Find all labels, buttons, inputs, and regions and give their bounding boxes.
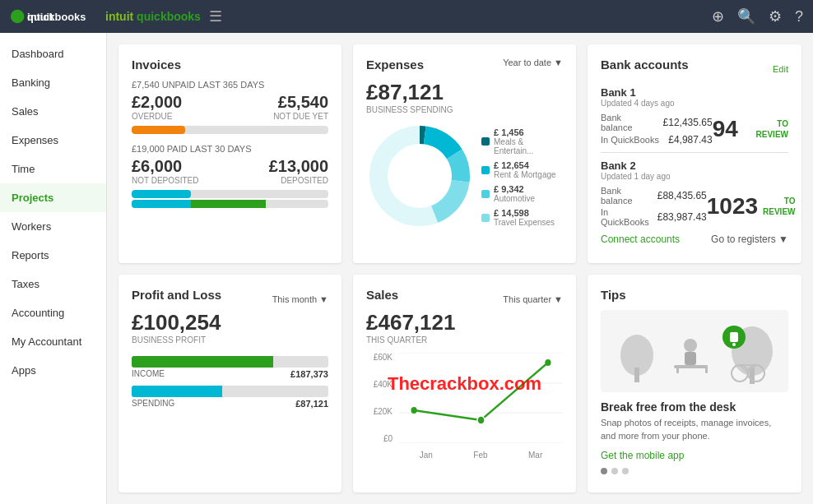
sidebar-item-dashboard[interactable]: Dashboard xyxy=(0,39,106,68)
sales-title: Sales xyxy=(366,288,398,302)
sidebar-item-my-accountant[interactable]: My Accountant xyxy=(0,327,106,356)
y-label-60k: £60K xyxy=(366,353,393,362)
spending-label: SPENDING xyxy=(132,399,174,409)
bank2-review-label: TO REVIEW xyxy=(763,196,795,217)
sales-sub: THIS QUARTER xyxy=(366,335,563,344)
notdue-label: NOT DUE YET xyxy=(273,112,328,121)
tips-dot-1 xyxy=(601,468,607,474)
svg-point-14 xyxy=(477,416,485,424)
overdue-bar xyxy=(132,126,328,134)
expenses-sub: BUSINESS SPENDING xyxy=(366,105,563,114)
bank2-updated: Updated 1 day ago xyxy=(601,172,788,181)
legend-dot-1 xyxy=(481,137,490,146)
legend-sub-1: Meals & Entertain... xyxy=(494,137,563,155)
expenses-card: Expenses Year to date ▼ £87,121 BUSINESS… xyxy=(353,44,576,263)
expenses-title: Expenses xyxy=(366,58,424,72)
spending-bar-row: SPENDING £87,121 xyxy=(132,386,328,409)
income-bar-fill xyxy=(132,356,273,368)
legend-dot-3 xyxy=(481,190,490,198)
legend-item-1: £ 1,456 Meals & Entertain... xyxy=(481,127,563,155)
sidebar-item-projects[interactable]: Projects xyxy=(0,183,106,212)
mobile-app-link[interactable]: Get the mobile app xyxy=(601,450,684,461)
sidebar-item-accounting[interactable]: Accounting xyxy=(0,298,106,327)
tips-dots xyxy=(601,468,788,474)
tips-title: Tips xyxy=(601,288,788,302)
svg-point-20 xyxy=(684,339,697,352)
sales-card: Sales This quarter ▼ £467,121 THIS QUART… xyxy=(353,275,576,492)
bank1-balance-label: Bank balance xyxy=(601,113,655,132)
x-label-jan: Jan xyxy=(420,451,433,460)
bank1-updated: Updated 4 days ago xyxy=(601,99,788,108)
notdeposited-bar-fill xyxy=(132,190,191,198)
notdue-amount: £5,540 xyxy=(273,93,328,112)
logo: intuit quickbooks intuit quickbooks xyxy=(10,7,201,25)
bank2-balance-label: Bank balance xyxy=(601,186,649,206)
income-label: INCOME xyxy=(132,369,165,379)
paid-label: £19,000 PAID LAST 30 DAYS xyxy=(132,144,328,154)
bank-divider xyxy=(601,152,788,153)
sales-amount: £467,121 xyxy=(366,310,563,335)
svg-point-8 xyxy=(390,146,449,206)
help-icon[interactable]: ? xyxy=(795,8,803,25)
gear-icon[interactable]: ⚙ xyxy=(769,7,782,25)
sidebar-item-time[interactable]: Time xyxy=(0,155,106,183)
sidebar-item-taxes[interactable]: Taxes xyxy=(0,270,106,298)
income-bar xyxy=(132,356,328,368)
x-label-feb: Feb xyxy=(473,451,487,460)
chart-x-labels: Jan Feb Mar xyxy=(399,451,563,460)
bank1-review-label: TO REVIEW xyxy=(743,118,788,140)
legend-amount-2: £ 12,654 xyxy=(494,160,556,170)
tips-dot-3 xyxy=(622,468,629,474)
sidebar-item-reports[interactable]: Reports xyxy=(0,241,106,270)
bank1-review-count: 94 xyxy=(713,116,738,142)
legend-amount-4: £ 14,598 xyxy=(494,208,555,218)
bank2-balance-amount: £88,435.65 xyxy=(657,190,707,201)
spending-bar xyxy=(132,386,328,397)
legend-item-2: £ 12,654 Rent & Mortgage xyxy=(481,160,563,179)
overdue-bar-fill xyxy=(132,126,185,134)
pl-filter[interactable]: This month ▼ xyxy=(272,294,328,304)
legend-item-4: £ 14,598 Travel Expenses xyxy=(481,208,563,227)
svg-rect-26 xyxy=(730,332,738,342)
go-to-registers-link[interactable]: Go to registers ▼ xyxy=(711,234,788,245)
bank-edit-button[interactable]: Edit xyxy=(773,64,788,74)
expenses-filter[interactable]: Year to date ▼ xyxy=(503,58,563,67)
y-label-0: £0 xyxy=(366,434,393,443)
spending-amount: £87,121 xyxy=(295,399,328,409)
svg-point-15 xyxy=(545,359,551,366)
add-icon[interactable]: ⊕ xyxy=(712,7,724,25)
sales-filter[interactable]: This quarter ▼ xyxy=(503,294,563,304)
svg-text:quickbooks: quickbooks xyxy=(27,11,86,23)
chart-y-labels: £60K £40K £20K £0 xyxy=(366,353,396,443)
connect-accounts-link[interactable]: Connect accounts xyxy=(601,234,680,245)
tips-description: Snap photos of receipts, manage invoices… xyxy=(601,417,788,442)
pl-amount: £100,254 xyxy=(132,310,328,335)
bank1-inqb-amount: £4,987.43 xyxy=(668,134,712,146)
y-label-40k: £40K xyxy=(366,380,393,389)
bank-accounts-title: Bank accounts xyxy=(601,58,689,72)
deposited-bar-full xyxy=(132,200,328,208)
legend-amount-3: £ 9,342 xyxy=(494,184,535,194)
invoices-card: Invoices £7,540 UNPAID LAST 365 DAYS £2,… xyxy=(118,44,341,263)
deposited-amount: £13,000 xyxy=(269,157,328,176)
sidebar-item-expenses[interactable]: Expenses xyxy=(0,126,106,155)
legend-dot-4 xyxy=(481,214,490,222)
bank-accounts-card: Bank accounts Edit Bank 1 Updated 4 days… xyxy=(588,44,801,263)
svg-rect-24 xyxy=(705,365,708,373)
bank2-name: Bank 2 xyxy=(601,160,788,172)
bank2-inqb-amount: £83,987.43 xyxy=(657,211,707,223)
overdue-label: OVERDUE xyxy=(132,112,182,121)
search-icon[interactable]: 🔍 xyxy=(737,7,755,25)
bank1-balance-amount: £12,435.65 xyxy=(663,117,713,128)
sidebar-item-sales[interactable]: Sales xyxy=(0,97,106,126)
sidebar-item-apps[interactable]: Apps xyxy=(0,356,106,385)
svg-point-27 xyxy=(732,343,736,346)
notdeposited-label: NOT DEPOSITED xyxy=(132,176,199,185)
sidebar-item-workers[interactable]: Workers xyxy=(0,212,106,241)
expenses-legend: £ 1,456 Meals & Entertain... £ 12,654 Re… xyxy=(481,127,563,227)
sidebar-item-banking[interactable]: Banking xyxy=(0,68,106,97)
legend-sub-3: Automotive xyxy=(494,194,535,203)
unpaid-label: £7,540 UNPAID LAST 365 DAYS xyxy=(132,80,328,90)
expenses-donut xyxy=(366,123,473,232)
hamburger-icon[interactable]: ☰ xyxy=(209,7,222,25)
